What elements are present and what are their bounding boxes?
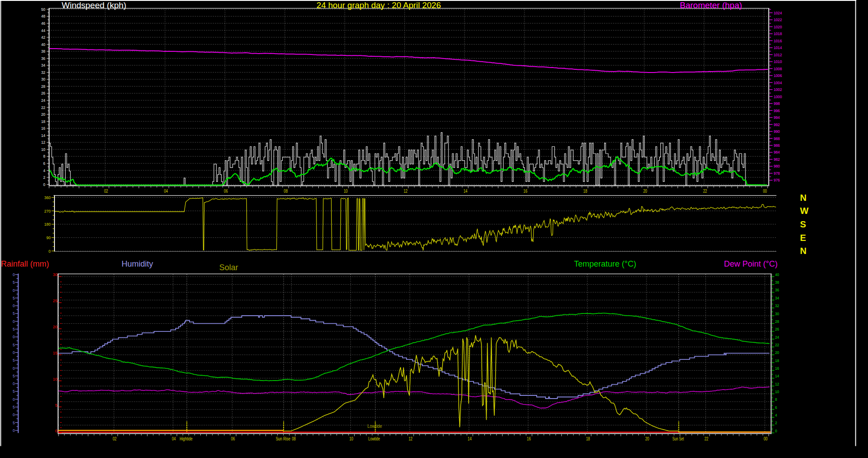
svg-text:5: 5	[13, 296, 15, 300]
svg-text:8: 8	[775, 398, 778, 402]
svg-text:40: 40	[41, 43, 45, 47]
svg-text:26: 26	[41, 91, 45, 95]
svg-text:15: 15	[53, 351, 57, 355]
svg-text:0: 0	[13, 335, 15, 339]
svg-text:994: 994	[774, 116, 780, 120]
svg-text:5: 5	[13, 390, 15, 394]
svg-text:0: 0	[775, 429, 778, 433]
svg-text:5: 5	[13, 281, 15, 285]
svg-text:14: 14	[41, 134, 45, 138]
svg-text:982: 982	[774, 158, 780, 162]
svg-text:00: 00	[764, 436, 768, 441]
svg-text:16: 16	[775, 367, 780, 371]
svg-text:Windspeed (kph): Windspeed (kph)	[62, 0, 127, 10]
svg-text:5: 5	[13, 405, 15, 409]
svg-text:90: 90	[46, 236, 51, 240]
svg-text:W: W	[800, 206, 809, 216]
svg-text:14: 14	[775, 374, 780, 378]
svg-text:0: 0	[13, 273, 15, 277]
svg-text:6: 6	[775, 406, 778, 410]
svg-text:5: 5	[13, 343, 15, 347]
svg-text:0: 0	[13, 367, 15, 371]
svg-text:04: 04	[172, 436, 176, 441]
svg-text:2: 2	[775, 421, 778, 425]
svg-text:0: 0	[55, 429, 57, 433]
svg-text:992: 992	[774, 123, 780, 127]
svg-text:16: 16	[527, 436, 531, 441]
svg-text:0: 0	[13, 351, 15, 355]
svg-text:0: 0	[49, 249, 51, 254]
svg-text:30: 30	[41, 77, 45, 82]
svg-text:34: 34	[775, 296, 780, 300]
svg-text:0: 0	[13, 413, 15, 417]
svg-text:4: 4	[775, 413, 778, 417]
svg-text:40: 40	[775, 273, 780, 277]
svg-text:180: 180	[44, 222, 50, 227]
svg-text:6: 6	[43, 162, 45, 166]
svg-text:30: 30	[775, 312, 780, 316]
svg-text:Dew Point (°C): Dew Point (°C)	[724, 259, 778, 268]
svg-text:12: 12	[403, 189, 407, 194]
svg-text:10: 10	[53, 377, 57, 381]
svg-text:06: 06	[231, 436, 235, 441]
svg-text:34: 34	[41, 63, 45, 68]
svg-text:24: 24	[775, 336, 780, 340]
svg-text:Temperature (°C): Temperature (°C)	[574, 259, 636, 268]
svg-text:360: 360	[44, 195, 50, 200]
svg-text:22: 22	[41, 106, 45, 110]
svg-text:18: 18	[41, 120, 45, 124]
svg-text:Solar: Solar	[219, 263, 238, 272]
svg-text:16: 16	[524, 189, 528, 194]
svg-text:0: 0	[13, 289, 15, 293]
svg-text:Sun Set: Sun Set	[673, 436, 684, 441]
svg-text:42: 42	[41, 36, 45, 40]
svg-text:25: 25	[53, 299, 57, 303]
svg-text:18: 18	[583, 189, 588, 194]
svg-text:28: 28	[41, 85, 45, 89]
svg-text:5: 5	[13, 312, 15, 316]
svg-text:02: 02	[113, 436, 117, 441]
svg-text:984: 984	[774, 150, 780, 154]
svg-text:50: 50	[41, 8, 45, 12]
svg-text:1022: 1022	[774, 18, 782, 22]
svg-text:36: 36	[41, 57, 45, 61]
svg-text:990: 990	[774, 130, 780, 134]
svg-text:18: 18	[586, 436, 590, 441]
svg-text:Lowtide: Lowtide	[367, 423, 382, 429]
svg-text:Rainfall (mm): Rainfall (mm)	[1, 259, 49, 268]
svg-text:1010: 1010	[774, 60, 782, 64]
svg-text:48: 48	[41, 14, 45, 18]
svg-text:16: 16	[41, 127, 45, 131]
svg-text:1002: 1002	[774, 88, 782, 92]
svg-text:14: 14	[463, 189, 467, 194]
svg-text:38: 38	[41, 50, 45, 54]
svg-text:12: 12	[775, 382, 780, 386]
svg-text:12: 12	[41, 141, 45, 145]
svg-text:08: 08	[292, 436, 296, 441]
svg-text:E: E	[800, 233, 806, 243]
svg-text:2: 2	[43, 176, 45, 180]
svg-text:10: 10	[41, 148, 45, 152]
svg-text:N: N	[800, 246, 806, 256]
svg-text:46: 46	[41, 22, 45, 26]
svg-text:0: 0	[13, 382, 15, 386]
svg-text:986: 986	[774, 144, 780, 148]
svg-text:5: 5	[13, 421, 15, 425]
svg-text:1014: 1014	[774, 46, 782, 50]
svg-text:10: 10	[349, 436, 353, 441]
svg-text:996: 996	[774, 109, 780, 113]
svg-text:36: 36	[775, 288, 780, 292]
svg-text:976: 976	[774, 178, 780, 182]
svg-text:18: 18	[775, 359, 780, 363]
svg-text:998: 998	[774, 102, 780, 106]
svg-text:06: 06	[224, 189, 228, 194]
svg-text:Sun Rise: Sun Rise	[276, 436, 291, 441]
svg-text:0: 0	[43, 183, 45, 187]
svg-text:8: 8	[43, 154, 45, 159]
svg-text:22: 22	[705, 436, 709, 441]
svg-text:1024: 1024	[774, 11, 782, 15]
svg-text:980: 980	[774, 164, 780, 168]
svg-text:32: 32	[775, 304, 780, 308]
svg-text:5: 5	[55, 403, 57, 408]
svg-text:5: 5	[13, 358, 15, 363]
